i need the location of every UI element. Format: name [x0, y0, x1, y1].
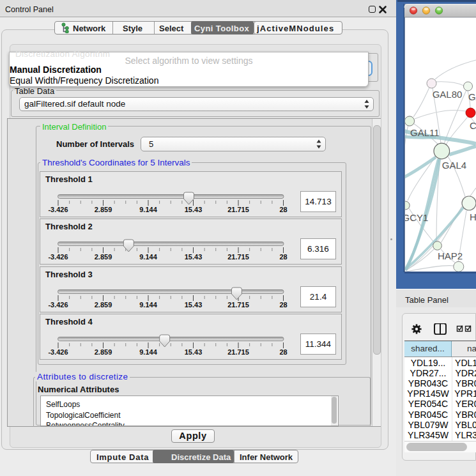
svg-text:2.859: 2.859	[95, 301, 112, 309]
svg-text:Threshold 1: Threshold 1	[45, 174, 93, 184]
svg-text:GCY1: GCY1	[403, 212, 429, 223]
svg-text:GA: GA	[468, 91, 476, 102]
svg-text:21.715: 21.715	[227, 206, 249, 213]
svg-text:-3.426: -3.426	[48, 301, 68, 309]
svg-text:2.859: 2.859	[95, 253, 112, 261]
svg-text:Threshold 4: Threshold 4	[45, 317, 93, 326]
svg-text:GAL11: GAL11	[410, 127, 440, 138]
svg-text:15.43: 15.43	[185, 253, 203, 261]
svg-text:21.715: 21.715	[227, 301, 249, 309]
svg-text:28: 28	[279, 301, 287, 309]
svg-text:-3.426: -3.426	[48, 348, 68, 356]
svg-text:9.144: 9.144	[139, 348, 157, 356]
svg-text:28: 28	[279, 348, 287, 356]
svg-text:C: C	[470, 120, 476, 131]
svg-text:15.43: 15.43	[185, 348, 203, 356]
svg-text:GAL80: GAL80	[433, 89, 463, 100]
svg-text:9.144: 9.144	[139, 253, 157, 261]
svg-text:GAL4: GAL4	[442, 160, 466, 171]
svg-text:H: H	[470, 211, 476, 222]
svg-text:21.715: 21.715	[227, 253, 249, 261]
svg-text:2.859: 2.859	[95, 206, 112, 213]
svg-text:2.859: 2.859	[95, 348, 112, 356]
svg-text:21.715: 21.715	[227, 348, 249, 356]
svg-text:28: 28	[279, 206, 287, 213]
svg-text:15.43: 15.43	[185, 206, 203, 213]
svg-text:28: 28	[279, 253, 287, 261]
svg-text:Threshold 3: Threshold 3	[45, 270, 93, 279]
svg-text:9.144: 9.144	[139, 301, 157, 309]
svg-text:-3.426: -3.426	[48, 206, 68, 213]
svg-text:15.43: 15.43	[185, 301, 203, 309]
svg-text:-3.426: -3.426	[48, 253, 68, 261]
svg-text:Threshold 2: Threshold 2	[45, 222, 93, 231]
svg-text:9.144: 9.144	[139, 206, 157, 213]
svg-text:HAP2: HAP2	[438, 250, 463, 261]
